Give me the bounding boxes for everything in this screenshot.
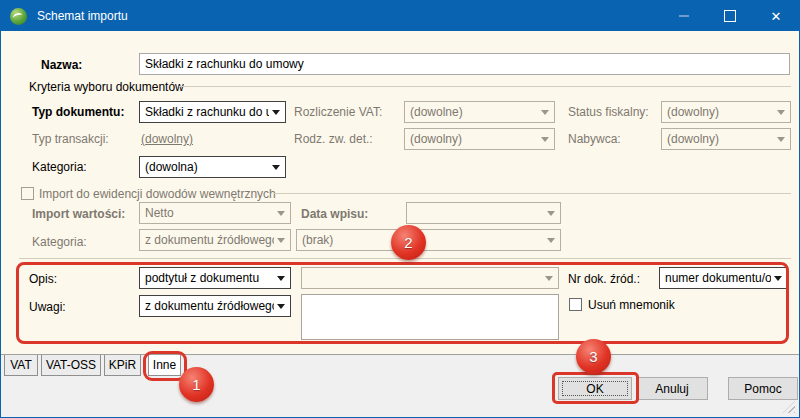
close-icon: ✕	[771, 10, 782, 23]
rozliczenie-vat-label: Rozliczenie VAT:	[294, 105, 382, 119]
rodz-zw-det-value: (dowolny)	[410, 132, 462, 146]
annotation-circle-3: 3	[576, 339, 611, 374]
chevron-down-icon	[545, 276, 553, 281]
import-schema-dialog: Schemat importu ✕ Nazwa: Składki z rachu…	[0, 0, 800, 418]
nazwa-value: Składki z rachunku do umowy	[145, 57, 304, 71]
import-wartosci-label: Import wartości:	[32, 207, 125, 221]
import-kategoria-value: z dokumentu źródłowego	[145, 233, 274, 247]
cancel-button[interactable]: Anuluj	[636, 377, 708, 400]
chevron-down-icon	[272, 165, 280, 170]
import-kategoria-label: Kategoria:	[32, 235, 87, 249]
opis-extra-combo	[301, 267, 559, 289]
tab-kpir[interactable]: KPiR	[104, 355, 141, 376]
status-fiskalny-label: Status fiskalny:	[568, 105, 649, 119]
tab-inne-label: Inne	[153, 358, 176, 372]
data-wpisu-label: Data wpisu:	[301, 207, 368, 221]
rodz-zw-det-combo: (dowolny)	[404, 128, 555, 150]
tab-inne[interactable]: Inne	[148, 355, 181, 376]
opis-label: Opis:	[29, 272, 57, 286]
tab-vat-oss[interactable]: VAT-OSS	[41, 355, 101, 376]
help-button-label: Pomoc	[744, 382, 781, 396]
nr-dok-zrod-label: Nr dok. źród.:	[568, 272, 640, 286]
chevron-down-icon	[277, 304, 285, 309]
cancel-button-label: Anuluj	[655, 382, 688, 396]
typ-dokumentu-value: Składki z rachunku do umc	[145, 105, 269, 119]
chevron-down-icon	[541, 137, 549, 142]
window-controls: ✕	[661, 1, 799, 31]
criteria-group-title: Kryteria wyboru dokumentów	[29, 80, 184, 94]
chevron-down-icon	[547, 211, 555, 216]
uwagi-value: z dokumentu źródłowego	[145, 299, 274, 313]
nabywca-label: Nabywca:	[568, 132, 621, 146]
chevron-down-icon	[277, 276, 285, 281]
typ-transakcji-link: (dowolny)	[141, 132, 193, 146]
typ-dokumentu-combo[interactable]: Składki z rachunku do umc	[139, 101, 286, 123]
chevron-down-icon	[277, 238, 285, 243]
opis-value: podtytuł z dokumentu	[145, 271, 259, 285]
ok-button-label: OK	[586, 382, 603, 396]
dialog-footer: VAT VAT-OSS KPiR Inne OK Anuluj Pomoc	[1, 354, 799, 417]
usun-mnemonik-label: Usuń mnemonik	[588, 298, 675, 312]
chevron-down-icon	[547, 238, 555, 243]
import-group-title: Import do ewidencji dowodów wewnętrznych	[39, 187, 276, 201]
chevron-down-icon	[777, 137, 785, 142]
status-fiskalny-combo: (dowolny)	[661, 101, 791, 123]
status-fiskalny-value: (dowolny)	[667, 105, 719, 119]
rozliczenie-vat-value: (dowolne)	[410, 105, 463, 119]
rozliczenie-vat-combo: (dowolne)	[404, 101, 555, 123]
chevron-down-icon	[777, 110, 785, 115]
ok-button[interactable]: OK	[558, 377, 632, 400]
tab-kpir-label: KPiR	[109, 358, 136, 372]
tab-vat-label: VAT	[10, 358, 32, 372]
maximize-button[interactable]	[707, 1, 753, 31]
import-group-checkbox	[21, 187, 34, 200]
tab-vat[interactable]: VAT	[4, 355, 38, 376]
import-kategoria2-combo: (brak)	[296, 229, 561, 251]
kategoria-label: Kategoria:	[32, 160, 87, 174]
uwagi-label: Uwagi:	[29, 300, 66, 314]
minimize-icon	[679, 15, 689, 17]
data-wpisu-combo	[406, 202, 561, 224]
nabywca-combo: (dowolny)	[661, 128, 791, 150]
chevron-down-icon	[277, 211, 285, 216]
app-icon	[10, 8, 27, 25]
nazwa-label: Nazwa:	[41, 58, 82, 72]
help-button[interactable]: Pomoc	[728, 377, 798, 400]
typ-dokumentu-label: Typ dokumentu:	[32, 105, 124, 119]
import-wartosci-combo: Netto	[139, 202, 291, 224]
chevron-down-icon	[774, 276, 782, 281]
kategoria-value: (dowolna)	[145, 160, 198, 174]
typ-transakcji-label: Typ transakcji:	[32, 132, 109, 146]
uwagi-textarea[interactable]	[301, 294, 559, 340]
title-bar: Schemat importu ✕	[1, 1, 799, 31]
minimize-button	[661, 1, 707, 31]
annotation-circle-1: 1	[179, 367, 214, 402]
close-button[interactable]: ✕	[753, 1, 799, 31]
import-wartosci-value: Netto	[145, 206, 174, 220]
chevron-down-icon	[541, 110, 549, 115]
usun-mnemonik-checkbox[interactable]	[569, 298, 582, 311]
import-kategoria-combo: z dokumentu źródłowego	[139, 229, 291, 251]
uwagi-combo[interactable]: z dokumentu źródłowego	[139, 295, 291, 317]
nazwa-input[interactable]: Składki z rachunku do umowy	[139, 53, 790, 75]
tab-vat-oss-label: VAT-OSS	[46, 358, 96, 372]
nr-dok-zrod-combo[interactable]: numer dokumentu/oryg	[659, 267, 788, 289]
rodz-zw-det-label: Rodz. zw. det.:	[294, 132, 373, 146]
kategoria-combo[interactable]: (dowolna)	[139, 156, 286, 178]
chevron-down-icon	[272, 110, 280, 115]
criteria-group-line	[179, 86, 791, 87]
window-title: Schemat importu	[37, 9, 128, 23]
opis-combo[interactable]: podtytuł z dokumentu	[139, 267, 291, 289]
resize-grip-icon[interactable]	[783, 401, 795, 413]
nabywca-value: (dowolny)	[667, 132, 719, 146]
import-group-topline	[274, 193, 791, 194]
annotation-circle-2: 2	[391, 225, 426, 260]
maximize-icon	[724, 10, 736, 22]
import-kategoria2-value: (brak)	[302, 233, 333, 247]
nr-dok-zrod-value: numer dokumentu/oryg	[665, 271, 771, 285]
